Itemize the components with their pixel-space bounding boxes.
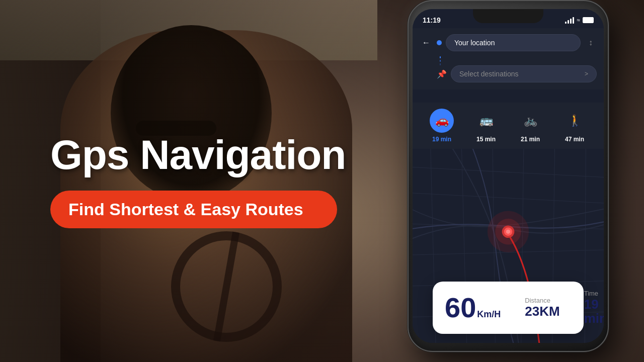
time-stat: Time 19 min: [584, 290, 604, 326]
distance-label: Distance: [525, 297, 550, 304]
distance-stat: Distance 23KM: [525, 297, 559, 319]
destination-pin-icon: 📌: [437, 69, 447, 79]
destination-arrow-icon: >: [585, 70, 588, 77]
search-header: ← Your location ↕: [413, 28, 604, 89]
time-label: Time: [584, 290, 598, 297]
speed-display: 60 Km/H: [445, 294, 501, 322]
phone-screen: 11:19 ≈ ←: [413, 9, 604, 343]
signal-bars-icon: [565, 17, 574, 24]
walk-mode-icon: 🚶: [562, 109, 587, 133]
svg-point-17: [506, 230, 510, 234]
status-icons: ≈: [565, 17, 594, 24]
location-dot-icon: [437, 40, 442, 45]
status-time: 11:19: [423, 16, 441, 24]
bus-mode-icon: 🚌: [474, 109, 498, 133]
wifi-icon: ≈: [577, 17, 580, 24]
main-title: Gps Navigation: [50, 134, 352, 175]
car-mode-time: 19 min: [432, 136, 451, 143]
subtitle-text: Find Shortest & Easy Routes: [68, 200, 303, 219]
back-button[interactable]: ←: [420, 36, 433, 49]
phone-mockup: 11:19 ≈ ←: [392, 0, 634, 362]
subtitle-badge: Find Shortest & Easy Routes: [50, 191, 337, 228]
distance-value: 23KM: [525, 304, 559, 319]
your-location-label: Your location: [454, 39, 495, 47]
bike-mode-time: 21 min: [521, 136, 540, 143]
speed-card: 60 Km/H Distance 23KM Time 19 min: [433, 282, 584, 334]
car-mode-icon: 🚗: [430, 109, 454, 133]
walk-mode-time: 47 min: [565, 136, 584, 143]
destination-label: Select destinations: [459, 70, 519, 78]
speed-unit: Km/H: [477, 309, 501, 320]
speed-value: 60: [445, 294, 476, 322]
battery-icon: [583, 17, 594, 23]
transport-mode-walk[interactable]: 🚶 47 min: [562, 109, 587, 143]
transport-modes-bar: 🚗 19 min 🚌 15 min 🚲 21 min 🚶 47 min: [413, 103, 604, 149]
destination-input[interactable]: Select destinations >: [451, 65, 597, 82]
hero-panel: Gps Navigation Find Shortest & Easy Rout…: [30, 0, 372, 362]
swap-button[interactable]: ↕: [585, 37, 597, 49]
your-location-input[interactable]: Your location: [446, 34, 581, 51]
phone-notch: [473, 9, 543, 23]
transport-mode-car[interactable]: 🚗 19 min: [430, 109, 454, 143]
transport-mode-bus[interactable]: 🚌 15 min: [474, 109, 498, 143]
bike-mode-icon: 🚲: [518, 109, 542, 133]
transport-mode-bike[interactable]: 🚲 21 min: [518, 109, 542, 143]
time-value: 19 min: [584, 297, 604, 326]
bus-mode-time: 15 min: [476, 136, 496, 143]
